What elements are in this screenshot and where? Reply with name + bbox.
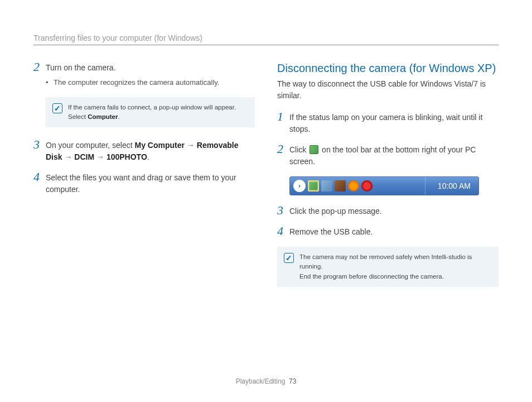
step-text: Turn on the camera. • The computer recog… bbox=[46, 62, 255, 88]
tray-icon-3 bbox=[348, 180, 359, 192]
s3-b3: DCIM bbox=[74, 152, 94, 161]
step-number: 3 bbox=[277, 204, 289, 217]
right-column: Disconnecting the camera (for Windows XP… bbox=[277, 62, 499, 299]
step-2-bullet: • The computer recognizes the camera aut… bbox=[46, 77, 255, 88]
step-text: Remove the USB cable. bbox=[289, 226, 499, 238]
left-column: 2 Turn on the camera. • The computer rec… bbox=[33, 62, 255, 299]
note-box-left: If the camera fails to connect, a pop-up… bbox=[46, 97, 255, 128]
s3-ar2: → bbox=[62, 152, 75, 161]
note-box-right: The camera may not be removed safely whe… bbox=[277, 247, 499, 287]
safely-remove-tray-icon bbox=[308, 180, 319, 192]
step-number: 4 bbox=[277, 225, 289, 237]
bullet-mark: • bbox=[46, 77, 54, 88]
step-text: If the status lamp on your camera is bli… bbox=[289, 112, 499, 135]
taskbar-clock: 10:00 AM bbox=[425, 177, 478, 195]
note-icon bbox=[52, 103, 62, 113]
step-number: 2 bbox=[33, 61, 46, 73]
tray-icon-4 bbox=[361, 180, 373, 192]
step-4: 4 Select the files you want and drag or … bbox=[33, 172, 255, 195]
step-text: Click the pop-up message. bbox=[289, 205, 499, 217]
taskbar-screenshot: › 10:00 AM bbox=[289, 176, 479, 195]
section-subtitle: The way to disconnect the USB cable for … bbox=[277, 78, 499, 102]
r-step-3: 3 Click the pop-up message. bbox=[277, 205, 499, 217]
step-text: Click on the tool bar at the bottom righ… bbox=[289, 144, 499, 168]
r-s2-a: Click bbox=[289, 145, 308, 154]
r-step-4: 4 Remove the USB cable. bbox=[277, 226, 499, 238]
note-icon bbox=[284, 253, 294, 263]
tray-icons bbox=[308, 180, 373, 192]
step-number: 1 bbox=[277, 111, 289, 123]
s3-ar1: → bbox=[185, 141, 197, 150]
safely-remove-icon bbox=[309, 145, 318, 154]
content-columns: 2 Turn on the camera. • The computer rec… bbox=[33, 62, 499, 299]
step-number: 4 bbox=[33, 171, 46, 183]
taskbar-expand-icon: › bbox=[293, 180, 306, 192]
note-bold: Computer bbox=[88, 113, 118, 120]
note-text: The camera may not be removed safely whe… bbox=[299, 252, 492, 281]
step-number: 3 bbox=[33, 138, 46, 151]
s3-b1: My Computer bbox=[135, 141, 185, 150]
r-note-l1: The camera may not be removed safely whe… bbox=[299, 253, 472, 270]
bullet-text: The computer recognizes the camera autom… bbox=[54, 77, 219, 88]
step-2: 2 Turn on the camera. • The computer rec… bbox=[33, 62, 255, 88]
note-line1: If the camera fails to connect, a pop-up… bbox=[68, 104, 236, 111]
page-header: Transferring files to your computer (for… bbox=[33, 34, 499, 45]
step-3: 3 On your computer, select My Computer →… bbox=[33, 140, 255, 163]
note-line2a: Select bbox=[68, 113, 88, 120]
page-footer: Playback/Editing 73 bbox=[0, 377, 532, 385]
r-step-1: 1 If the status lamp on your camera is b… bbox=[277, 112, 499, 135]
tray-icon-1 bbox=[321, 180, 332, 192]
s3-a: On your computer, select bbox=[46, 141, 135, 150]
r-step-2: 2 Click on the tool bar at the bottom ri… bbox=[277, 144, 499, 168]
s3-ar3: → bbox=[94, 152, 107, 161]
note-line2c: . bbox=[118, 113, 119, 120]
footer-section: Playback/Editing bbox=[236, 377, 286, 385]
step-text: Select the files you want and drag or sa… bbox=[46, 172, 255, 195]
s3-p: . bbox=[147, 152, 149, 161]
step-text: On your computer, select My Computer → R… bbox=[46, 140, 255, 163]
tray-icon-2 bbox=[335, 180, 346, 192]
r-note-l2: End the program before disconnecting the… bbox=[299, 273, 444, 280]
step-2-text: Turn on the camera. bbox=[46, 63, 116, 72]
step-number: 2 bbox=[277, 143, 289, 155]
page-number: 73 bbox=[289, 377, 296, 385]
s3-b4: 100PHOTO bbox=[107, 152, 147, 161]
note-text: If the camera fails to connect, a pop-up… bbox=[68, 103, 236, 122]
section-title: Disconnecting the camera (for Windows XP… bbox=[277, 62, 499, 75]
